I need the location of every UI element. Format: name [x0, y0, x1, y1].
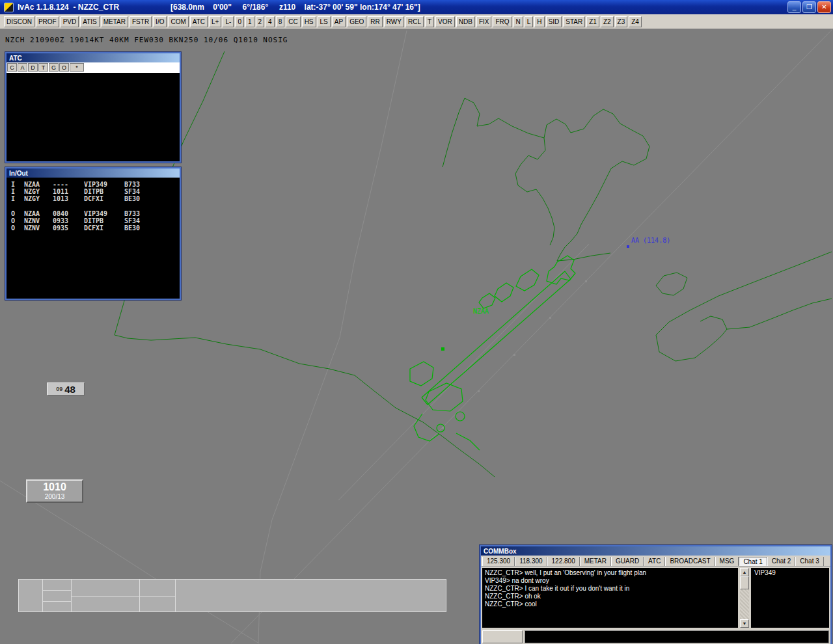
toolbar-button[interactable]: PVD	[61, 16, 79, 27]
toolbar-button[interactable]: PROF	[36, 16, 59, 27]
close-button[interactable]: ✕	[817, 1, 831, 13]
inout-window-titlebar[interactable]: In/Out	[7, 168, 180, 178]
atc-tab[interactable]: C	[7, 63, 17, 72]
navaid-symbol	[627, 245, 629, 248]
toolbar-button[interactable]: 0	[235, 16, 244, 27]
toolbar-button[interactable]: 8	[276, 16, 285, 27]
atc-tab[interactable]: *	[70, 63, 84, 72]
atc-list-area[interactable]	[7, 73, 180, 161]
toolbar-button[interactable]: SID	[546, 16, 562, 27]
toolbar-button[interactable]: Z4	[629, 16, 642, 27]
scroll-up-icon[interactable]: ▲	[740, 568, 749, 576]
flight-strip-bay[interactable]	[18, 579, 446, 612]
commbox-aux-button[interactable]	[482, 630, 523, 643]
inout-row[interactable]: I NZGY 1011 DITPB SF34	[11, 188, 175, 195]
atc-tab[interactable]: G	[49, 63, 59, 72]
inout-row[interactable]: I NZAA ---- VIP349 B733	[11, 181, 175, 188]
navaid-label: AA (114.8)	[631, 237, 670, 244]
strip-bay-cell[interactable]	[71, 579, 140, 597]
atc-tab[interactable]: A	[18, 63, 27, 72]
toolbar-button[interactable]: 4	[266, 16, 275, 27]
toolbar-button[interactable]: RWY	[384, 16, 404, 27]
atc-tab[interactable]: O	[59, 63, 69, 72]
inout-row[interactable]: O NZNV 0933 DITPB SF34	[11, 217, 175, 224]
toolbar-button[interactable]: RCL	[405, 16, 424, 27]
toolbar-button[interactable]: FSTR	[130, 16, 152, 27]
toolbar-button[interactable]: DISCON	[4, 16, 34, 27]
toolbar-button[interactable]: I/O	[153, 16, 167, 27]
io-time: 1013	[53, 195, 84, 202]
station-list-item[interactable]: VIP349	[754, 569, 826, 577]
strip-bay-cell[interactable]	[42, 601, 72, 612]
toolbar-button[interactable]: METAR	[101, 16, 128, 27]
atc-tab[interactable]: T	[38, 63, 48, 72]
toolbar-button[interactable]: LS	[318, 16, 331, 27]
toolbar-button[interactable]: GEO	[347, 16, 366, 27]
toolbar-button[interactable]: Z2	[601, 16, 614, 27]
inout-row[interactable]: O NZAA 0840 VIP349 B733	[11, 210, 175, 217]
toolbar-button[interactable]: ATC	[190, 16, 208, 27]
chat-history[interactable]: NZZC_CTR> well, I put an 'Observing' in …	[482, 568, 738, 628]
scroll-down-icon[interactable]: ▼	[740, 619, 749, 628]
commbox-tab[interactable]: 125.300	[482, 557, 515, 566]
commbox-tab[interactable]: Chat 2	[767, 557, 795, 566]
toolbar-button[interactable]: L+	[209, 16, 221, 27]
radar-display[interactable]: NZAA AA (114.8) NZCH 210900Z 19014KT 40K…	[0, 29, 833, 644]
inout-list[interactable]: I NZAA ---- VIP349 B733 I NZGY 1011 DITP…	[7, 178, 180, 299]
maximize-button[interactable]: ❐	[802, 1, 816, 13]
toolbar-button[interactable]: STAR	[563, 16, 585, 27]
toolbar-button[interactable]: VOR	[435, 16, 455, 27]
station-list[interactable]: VIP349	[751, 568, 829, 628]
commbox-tab[interactable]: GUARD	[611, 557, 644, 566]
toolbar-button[interactable]: T	[425, 16, 434, 27]
inout-row[interactable]: O NZNV 0935 DCFXI BE30	[11, 224, 175, 232]
toolbar-button[interactable]: FIX	[476, 16, 492, 27]
toolbar-button[interactable]: H	[534, 16, 544, 27]
toolbar-button[interactable]: L	[525, 16, 534, 27]
commbox-tab[interactable]: BROADCAST	[665, 557, 715, 566]
strip-bay-cell[interactable]	[42, 590, 72, 602]
chat-scrollbar[interactable]: ▲ ▼	[740, 568, 749, 628]
strip-bay-cell[interactable]	[139, 579, 176, 597]
toolbar-button[interactable]: N	[513, 16, 523, 27]
clock-display[interactable]: 09 48	[47, 382, 85, 396]
strip-bay-cell[interactable]	[139, 596, 176, 612]
commbox-tab[interactable]: 122.800	[547, 557, 580, 566]
toolbar-button[interactable]: COM	[168, 16, 188, 27]
toolbar-button[interactable]: 2	[256, 16, 265, 27]
toolbar-button[interactable]: NDB	[456, 16, 475, 27]
toolbar-button[interactable]: CC	[286, 16, 300, 27]
qnh-wind-display[interactable]: 1010 200/13	[26, 479, 83, 503]
io-actype: BE30	[124, 224, 152, 232]
commbox-tab[interactable]: 118.300	[515, 557, 547, 566]
scrollbar-track[interactable]	[740, 589, 749, 619]
toolbar-button[interactable]: HS	[302, 16, 316, 27]
chat-input[interactable]	[525, 630, 829, 643]
commbox-tab[interactable]: Chat 1	[739, 557, 767, 566]
qnh-value: 1010	[27, 481, 82, 493]
commbox-tab[interactable]: MSG	[715, 557, 739, 566]
scrollbar-thumb[interactable]	[740, 576, 749, 589]
strip-bay-cell[interactable]	[18, 579, 43, 612]
atc-window-titlebar[interactable]: ATC	[7, 53, 180, 62]
toolbar-button[interactable]: FRQ	[493, 16, 512, 27]
atc-tab[interactable]: D	[28, 63, 38, 72]
commbox-tab[interactable]: Chat 3	[795, 557, 823, 566]
toolbar-button[interactable]: 1	[245, 16, 254, 27]
chat-message: NZZC_CTR> oh ok	[485, 593, 735, 600]
commbox-tab[interactable]: ATC	[644, 557, 665, 566]
inout-row[interactable]: I NZGY 1013 DCFXI BE30	[11, 195, 175, 202]
strip-bay-cell[interactable]	[71, 596, 140, 612]
toolbar-button[interactable]: AP	[332, 16, 346, 27]
commbox-titlebar[interactable]: COMMBox	[481, 546, 830, 556]
toolbar-button[interactable]: RR	[368, 16, 382, 27]
strip-bay-cell[interactable]	[42, 579, 72, 591]
strip-bay-cell[interactable]	[175, 579, 446, 612]
toolbar-button[interactable]: Z3	[615, 16, 628, 27]
minimize-button[interactable]: _	[787, 1, 801, 13]
toolbar-button[interactable]: L-	[223, 16, 234, 27]
toolbar-button[interactable]: ATIS	[80, 16, 99, 27]
commbox-tab[interactable]: METAR	[580, 557, 611, 566]
io-direction: I	[11, 181, 24, 188]
toolbar-button[interactable]: Z1	[586, 16, 599, 27]
